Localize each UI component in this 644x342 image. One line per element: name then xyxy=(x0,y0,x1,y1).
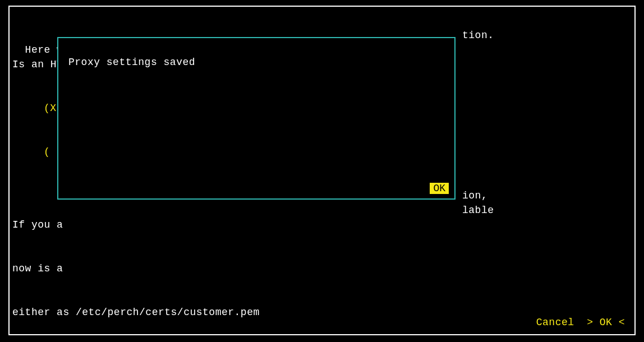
cancel-button[interactable]: Cancel xyxy=(536,317,574,328)
dialog-ok-button[interactable]: OK xyxy=(430,183,449,194)
mid-line3: either as /etc/perch/certs/customer.pem xyxy=(12,305,304,320)
mid-line1-right: ion, xyxy=(462,188,487,203)
confirmation-dialog: Proxy settings saved OK xyxy=(57,37,456,200)
mid-block: If you a now is a either as /etc/perch/c… xyxy=(12,188,304,342)
mid-line2-right: lable xyxy=(462,203,494,218)
bg-line1-right: tion. xyxy=(462,28,494,43)
mid-line2-left: now is a xyxy=(12,261,304,276)
footer-actions: Cancel > OK < xyxy=(523,301,625,330)
dialog-message: Proxy settings saved xyxy=(68,55,195,70)
ok-button[interactable]: > OK < xyxy=(587,317,625,328)
bg-line2-left: Is an HT xyxy=(12,57,63,72)
mid-line1-left: If you a xyxy=(12,218,304,232)
